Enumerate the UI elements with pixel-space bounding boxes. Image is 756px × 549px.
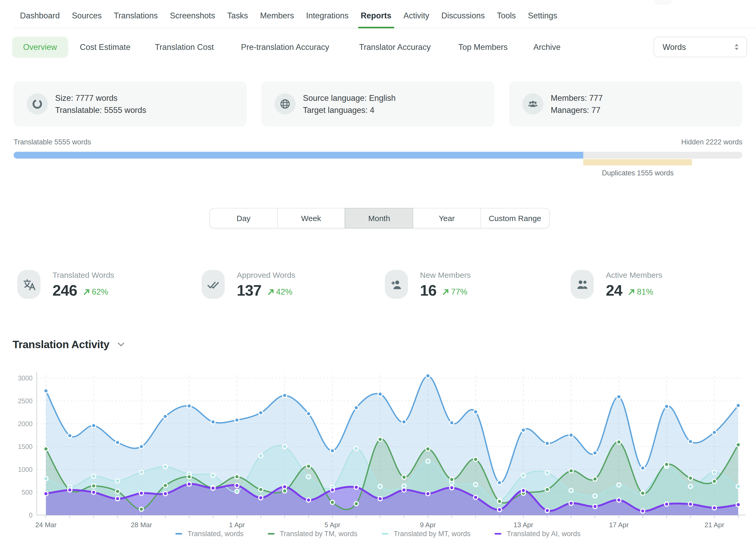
members-card: Members: 777 Managers: 77	[509, 81, 742, 127]
nav-tools[interactable]: Tools	[497, 3, 516, 28]
chart-svg: 05001000150020002500300024 Mar28 Mar1 Ap…	[0, 368, 756, 531]
stat-value: 137	[237, 282, 261, 299]
svg-text:3000: 3000	[18, 374, 33, 382]
summary-cards: Size: 7777 words Translatable: 5555 word…	[14, 81, 742, 127]
cutoff-popover-remnant	[654, 0, 671, 3]
legend-translated-mt[interactable]: Translated by MT, words	[381, 530, 470, 538]
tab-translator-accuracy[interactable]: Translator Accuracy	[359, 37, 431, 58]
stat-label: Translated Words	[53, 270, 114, 279]
svg-text:500: 500	[22, 489, 33, 496]
units-select[interactable]: Words	[654, 37, 747, 57]
legend-translated-ai[interactable]: Translated by AI, words	[495, 530, 581, 538]
svg-text:1 Apr: 1 Apr	[229, 521, 245, 529]
size-card: Size: 7777 words Translatable: 5555 word…	[14, 81, 247, 127]
translatable-progress-fill	[14, 152, 584, 159]
svg-text:13 Apr: 13 Apr	[513, 521, 533, 529]
nav-screenshots[interactable]: Screenshots	[170, 3, 215, 28]
source-language-line: Source language: English	[303, 92, 396, 104]
approved-words-stat: Approved Words 137 42%	[202, 270, 295, 299]
stat-label: New Members	[420, 270, 471, 279]
stat-label: Approved Words	[237, 270, 295, 279]
translatable-label: Translatable 5555 words	[14, 138, 91, 146]
tab-translation-cost[interactable]: Translation Cost	[155, 37, 214, 58]
legend-swatch-cyan	[381, 533, 388, 535]
translatable-line: Translatable: 5555 words	[55, 104, 146, 116]
members-group-icon	[522, 93, 543, 114]
duplicates-bar	[584, 159, 692, 165]
legend-swatch-purple	[495, 533, 502, 535]
stat-value: 16	[420, 282, 437, 299]
nav-activity[interactable]: Activity	[403, 3, 429, 28]
nav-dashboard[interactable]: Dashboard	[20, 3, 60, 28]
nav-members[interactable]: Members	[260, 3, 294, 28]
tab-overview-active[interactable]: Overview	[12, 37, 68, 58]
legend-translated[interactable]: Translated, words	[175, 530, 244, 538]
translated-words-stat: Translated Words 246 62%	[17, 270, 114, 299]
stat-label: Active Members	[606, 270, 662, 279]
range-day[interactable]: Day	[209, 208, 277, 228]
globe-icon	[275, 93, 296, 114]
size-line: Size: 7777 words	[55, 92, 146, 104]
nav-reports-active[interactable]: Reports	[361, 3, 391, 28]
progress-labels: Translatable 5555 words Hidden 2222 word…	[14, 138, 742, 146]
legend-swatch-green	[268, 533, 275, 535]
nav-settings[interactable]: Settings	[528, 3, 557, 28]
tab-pretranslation-accuracy[interactable]: Pre-translation Accuracy	[241, 37, 329, 58]
range-year[interactable]: Year	[413, 208, 481, 228]
tab-archive[interactable]: Archive	[533, 37, 560, 58]
legend-swatch-blue	[175, 533, 182, 535]
stat-delta: 62%	[83, 287, 108, 297]
people-icon	[571, 270, 594, 299]
new-members-stat: New Members 16 77%	[385, 270, 471, 299]
duplicates-indicator: Duplicates 1555 words	[14, 159, 742, 180]
stat-value: 24	[606, 282, 622, 299]
chart-legend: Translated, words Translated by TM, word…	[0, 530, 756, 538]
stat-value: 246	[53, 282, 77, 299]
svg-text:24 Mar: 24 Mar	[35, 521, 57, 529]
nav-tasks[interactable]: Tasks	[227, 3, 248, 28]
svg-text:21 Apr: 21 Apr	[705, 521, 725, 529]
stat-delta: 42%	[267, 287, 292, 297]
select-arrows-icon	[734, 43, 739, 51]
svg-text:28 Mar: 28 Mar	[131, 521, 152, 529]
legend-translated-tm[interactable]: Translated by TM, words	[268, 530, 358, 538]
translation-activity-header: Translation Activity	[13, 338, 125, 351]
top-navigation: Dashboard Sources Translations Screensho…	[0, 0, 756, 28]
tab-top-members[interactable]: Top Members	[458, 37, 508, 58]
active-members-stat: Active Members 24 81%	[571, 270, 662, 299]
words-progress-track	[14, 152, 742, 159]
units-select-value: Words	[663, 42, 734, 52]
svg-text:2500: 2500	[18, 397, 33, 405]
translation-activity-chart: 05001000150020002500300024 Mar28 Mar1 Ap…	[0, 368, 756, 531]
person-add-icon	[385, 270, 408, 299]
target-languages-line: Target languages: 4	[303, 104, 396, 116]
range-month-active[interactable]: Month	[345, 208, 413, 228]
report-tabs-bar: Overview Cost Estimate Translation Cost …	[0, 28, 756, 66]
range-custom[interactable]: Custom Range	[481, 208, 550, 228]
stat-delta: 81%	[628, 287, 653, 297]
nav-integrations[interactable]: Integrations	[306, 3, 349, 28]
svg-text:2000: 2000	[18, 420, 33, 427]
date-range-tabs: Day Week Month Year Custom Range	[209, 208, 550, 228]
nav-sources[interactable]: Sources	[72, 3, 102, 28]
translate-icon	[17, 270, 40, 299]
tab-cost-estimate[interactable]: Cost Estimate	[80, 37, 130, 58]
range-week[interactable]: Week	[277, 208, 345, 228]
svg-text:17 Apr: 17 Apr	[609, 521, 629, 529]
nav-discussions[interactable]: Discussions	[441, 3, 485, 28]
svg-text:5 Apr: 5 Apr	[324, 521, 340, 529]
svg-text:0: 0	[29, 511, 33, 519]
managers-line: Managers: 77	[551, 104, 603, 116]
svg-text:1000: 1000	[18, 466, 33, 473]
double-check-icon	[202, 270, 225, 299]
progress-ring-icon	[27, 93, 48, 114]
stat-delta: 77%	[442, 287, 468, 297]
duplicates-label: Duplicates 1555 words	[602, 169, 674, 177]
nav-translations[interactable]: Translations	[114, 3, 158, 28]
chevron-down-icon[interactable]	[117, 342, 125, 347]
hidden-label: Hidden 2222 words	[681, 138, 742, 146]
reports-page: Dashboard Sources Translations Screensho…	[0, 0, 756, 549]
section-title: Translation Activity	[13, 338, 109, 351]
svg-text:9 Apr: 9 Apr	[420, 521, 436, 529]
svg-text:1500: 1500	[18, 443, 33, 450]
